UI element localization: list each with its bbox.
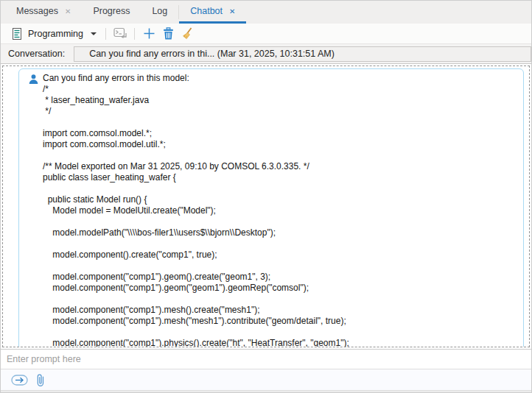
clear-conversation-button[interactable]	[179, 26, 195, 42]
add-conversation-button[interactable]	[141, 26, 157, 42]
conversation-label: Conversation:	[8, 49, 65, 59]
delete-conversation-button[interactable]	[160, 26, 176, 42]
chatbot-window: Messages ✕ Progress Log Chatbot ✕	[0, 0, 532, 393]
chat-history-panel[interactable]: Can you find any errors in this model: /…	[1, 64, 531, 349]
tab-messages[interactable]: Messages ✕	[5, 1, 82, 24]
conversation-row: Conversation: Can you find any errors in…	[1, 44, 531, 64]
tab-chatbot-label: Chatbot	[190, 6, 223, 16]
tab-messages-label: Messages	[16, 6, 58, 16]
tab-progress[interactable]: Progress	[82, 1, 141, 24]
insert-to-editor-button[interactable]	[112, 26, 128, 42]
tab-log-label: Log	[152, 6, 167, 16]
conversation-selected-value: Can you find any errors in thi... (Mar 3…	[89, 49, 335, 59]
mode-label: Programming	[28, 29, 83, 39]
tab-bar: Messages ✕ Progress Log Chatbot ✕	[1, 1, 531, 24]
tab-log[interactable]: Log	[141, 1, 178, 24]
user-avatar-icon	[28, 74, 39, 85]
chat-history-focus-border: Can you find any errors in this model: /…	[2, 66, 530, 347]
tab-chatbot[interactable]: Chatbot ✕	[179, 1, 246, 24]
window-bottom-edge	[1, 390, 531, 392]
close-icon[interactable]: ✕	[229, 7, 235, 15]
attach-file-button[interactable]	[35, 373, 45, 387]
chevron-down-icon	[91, 32, 97, 35]
toolbar-separator	[105, 28, 106, 40]
send-prompt-button[interactable]	[11, 375, 28, 386]
toolbar-separator	[134, 28, 135, 40]
user-message-bubble: Can you find any errors in this model: /…	[18, 68, 524, 347]
programming-doc-icon	[11, 27, 23, 40]
conversation-select[interactable]: Can you find any errors in thi... (Mar 3…	[74, 46, 531, 62]
mode-dropdown[interactable]: Programming	[8, 26, 99, 42]
close-icon[interactable]: ✕	[65, 7, 71, 15]
prompt-actions-row	[1, 369, 531, 390]
chatbot-toolbar: Programming	[1, 24, 531, 44]
prompt-row	[1, 349, 531, 369]
tab-progress-label: Progress	[93, 6, 130, 16]
prompt-input[interactable]	[1, 350, 531, 369]
user-message-text: Can you find any errors in this model: /…	[43, 73, 516, 347]
